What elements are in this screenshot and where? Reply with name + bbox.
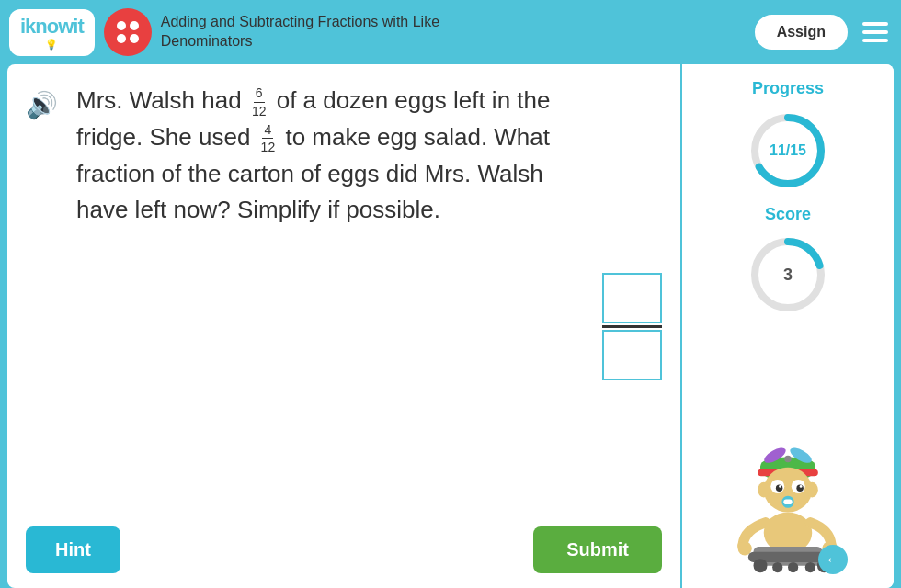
svg-point-18 — [738, 541, 752, 555]
svg-point-23 — [772, 562, 782, 572]
back-arrow-button[interactable]: ← — [818, 545, 848, 574]
question-text: Mrs. Walsh had 6 12 of a dozen eggs left… — [76, 83, 575, 515]
progress-value: 11/15 — [770, 142, 806, 159]
main-area: 🔊 Mrs. Walsh had 6 12 of a dozen eggs le… — [7, 64, 894, 588]
svg-point-15 — [758, 482, 770, 498]
header-right: Assign — [755, 15, 892, 50]
svg-point-24 — [788, 562, 798, 572]
fraction-1-denominator: 12 — [250, 103, 268, 119]
progress-circle: 11/15 — [747, 109, 829, 192]
dice-icon — [104, 8, 152, 56]
logo-bulb: 💡 — [45, 39, 58, 51]
text-before-frac1: Mrs. Walsh had — [76, 86, 242, 114]
svg-rect-14 — [783, 499, 792, 504]
fraction-2: 4 12 — [259, 121, 278, 155]
fraction-line — [602, 325, 662, 328]
denominator-input[interactable] — [602, 330, 662, 380]
dot — [117, 21, 126, 30]
submit-button[interactable]: Submit — [533, 526, 662, 573]
svg-point-22 — [754, 559, 768, 572]
dot — [117, 34, 126, 43]
fraction-2-denominator: 12 — [259, 139, 278, 155]
dice-dots — [117, 21, 139, 43]
assign-button[interactable]: Assign — [755, 15, 848, 50]
menu-line — [862, 39, 888, 42]
left-panel: 🔊 Mrs. Walsh had 6 12 of a dozen eggs le… — [7, 64, 682, 588]
fraction-2-numerator: 4 — [262, 121, 273, 139]
svg-point-12 — [800, 485, 803, 488]
bottom-buttons: Hint Submit — [26, 515, 662, 588]
fraction-1-numerator: 6 — [254, 85, 265, 102]
question-area: 🔊 Mrs. Walsh had 6 12 of a dozen eggs le… — [26, 83, 662, 515]
lesson-title: Adding and Subtracting Fractions with Li… — [161, 13, 746, 51]
hint-button[interactable]: Hint — [26, 526, 120, 573]
svg-point-3 — [784, 456, 792, 463]
progress-label: Progress — [752, 79, 824, 98]
menu-button[interactable] — [859, 18, 892, 46]
menu-line — [862, 22, 888, 26]
dot — [130, 21, 139, 30]
svg-point-16 — [806, 482, 818, 498]
header: iknowit 💡 Adding and Subtracting Fractio… — [0, 0, 901, 64]
score-circle: 3 — [747, 233, 829, 316]
svg-point-25 — [805, 562, 815, 572]
logo: iknowit 💡 — [9, 9, 95, 56]
numerator-input[interactable] — [602, 273, 662, 323]
robot-area: ← — [724, 325, 852, 579]
svg-point-11 — [779, 485, 781, 488]
menu-line — [862, 30, 888, 34]
score-value: 3 — [783, 266, 793, 285]
logo-text: iknowit — [20, 15, 84, 39]
right-panel: Progress 11/15 Score 3 — [682, 64, 894, 588]
answer-boxes — [602, 138, 662, 515]
fraction-1: 6 12 — [250, 85, 268, 119]
speaker-icon[interactable]: 🔊 — [26, 90, 58, 515]
dot — [130, 34, 139, 43]
score-label: Score — [765, 205, 811, 224]
